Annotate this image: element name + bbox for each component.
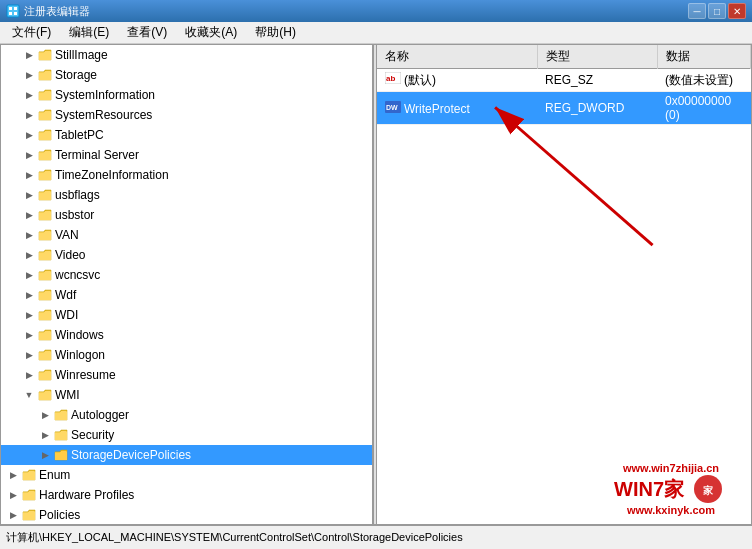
menu-file[interactable]: 文件(F) <box>4 22 59 43</box>
window-frame: 注册表编辑器 ─ □ ✕ 文件(F) 编辑(E) 查看(V) 收藏夹(A) 帮助… <box>0 0 752 549</box>
folder-icon <box>37 308 53 322</box>
tree-expander[interactable]: ▶ <box>5 487 21 503</box>
tree-node-Policies[interactable]: ▶ Policies <box>1 505 372 524</box>
tree-node-Security[interactable]: ▶ Security <box>1 425 372 445</box>
tree-node-label: Security <box>71 428 114 442</box>
folder-icon <box>37 128 53 142</box>
tree-node-label: Winlogon <box>55 348 105 362</box>
tree-node-Autologger[interactable]: ▶ Autologger <box>1 405 372 425</box>
reg-type-cell: REG_DWORD <box>537 92 657 125</box>
folder-icon <box>53 448 69 462</box>
tree-expander[interactable]: ▶ <box>21 347 37 363</box>
tree-node-label: Storage <box>55 68 97 82</box>
folder-icon <box>37 188 53 202</box>
tree-node-WDI[interactable]: ▶ WDI <box>1 305 372 325</box>
tree-expander[interactable]: ▶ <box>21 267 37 283</box>
title-bar-left: 注册表编辑器 <box>6 4 90 19</box>
tree-expander[interactable]: ▶ <box>21 287 37 303</box>
tree-expander[interactable]: ▶ <box>21 87 37 103</box>
col-data[interactable]: 数据 <box>657 45 751 69</box>
tree-panel[interactable]: ▶ StillImage▶ Storage▶ SystemInformation… <box>1 45 373 524</box>
table-row[interactable]: DW WriteProtectREG_DWORD0x00000000 (0) <box>377 92 751 125</box>
tree-expander[interactable]: ▶ <box>21 367 37 383</box>
folder-icon <box>21 508 37 522</box>
tree-expander[interactable]: ▶ <box>21 167 37 183</box>
tree-node-label: StorageDevicePolicies <box>71 448 191 462</box>
string-reg-icon: ab <box>385 71 401 85</box>
tree-expander[interactable]: ▶ <box>21 47 37 63</box>
tree-node-TimeZoneInfo[interactable]: ▶ TimeZoneInformation <box>1 165 372 185</box>
tree-node-wcncsvc[interactable]: ▶ wcncsvc <box>1 265 372 285</box>
tree-expander[interactable]: ▶ <box>37 447 53 463</box>
tree-expander[interactable]: ▶ <box>21 187 37 203</box>
tree-node-label: Wdf <box>55 288 76 302</box>
tree-node-HardwareProfiles[interactable]: ▶ Hardware Profiles <box>1 485 372 505</box>
tree-node-SystemRes[interactable]: ▶ SystemResources <box>1 105 372 125</box>
tree-node-Winlogon[interactable]: ▶ Winlogon <box>1 345 372 365</box>
tree-node-SystemInfo[interactable]: ▶ SystemInformation <box>1 85 372 105</box>
menu-favorites[interactable]: 收藏夹(A) <box>177 22 245 43</box>
menu-bar: 文件(F) 编辑(E) 查看(V) 收藏夹(A) 帮助(H) <box>0 22 752 44</box>
maximize-button[interactable]: □ <box>708 3 726 19</box>
tree-expander[interactable]: ▶ <box>21 107 37 123</box>
folder-icon <box>21 488 37 502</box>
title-bar: 注册表编辑器 ─ □ ✕ <box>0 0 752 22</box>
tree-node-usbflags[interactable]: ▶ usbflags <box>1 185 372 205</box>
tree-expander[interactable]: ▶ <box>21 67 37 83</box>
tree-node-Wdf[interactable]: ▶ Wdf <box>1 285 372 305</box>
folder-icon <box>37 368 53 382</box>
tree-node-StorageDevicePolicies[interactable]: ▶ StorageDevicePolicies <box>1 445 372 465</box>
tree-expander[interactable]: ▶ <box>21 207 37 223</box>
tree-node-TabletPC[interactable]: ▶ TabletPC <box>1 125 372 145</box>
right-panel: 名称 类型 数据 ab (默认)REG_SZ(数值未设置) DW WritePr… <box>377 45 751 524</box>
folder-icon <box>37 348 53 362</box>
table-row[interactable]: ab (默认)REG_SZ(数值未设置) <box>377 69 751 92</box>
tree-expander[interactable]: ▶ <box>21 247 37 263</box>
tree-expander[interactable]: ▶ <box>21 147 37 163</box>
tree-expander[interactable]: ▶ <box>5 507 21 523</box>
tree-expander[interactable]: ▶ <box>37 427 53 443</box>
tree-expander[interactable]: ▶ <box>21 327 37 343</box>
main-content: ▶ StillImage▶ Storage▶ SystemInformation… <box>0 44 752 525</box>
col-name[interactable]: 名称 <box>377 45 537 69</box>
folder-icon <box>37 68 53 82</box>
reg-name: WriteProtect <box>404 102 470 116</box>
tree-node-usbstor[interactable]: ▶ usbstor <box>1 205 372 225</box>
folder-icon <box>53 428 69 442</box>
menu-help[interactable]: 帮助(H) <box>247 22 304 43</box>
tree-node-VAN[interactable]: ▶ VAN <box>1 225 372 245</box>
registry-table[interactable]: 名称 类型 数据 ab (默认)REG_SZ(数值未设置) DW WritePr… <box>377 45 751 524</box>
tree-node-Video[interactable]: ▶ Video <box>1 245 372 265</box>
col-type[interactable]: 类型 <box>537 45 657 69</box>
tree-node-WMI[interactable]: ▼ WMI <box>1 385 372 405</box>
folder-icon <box>53 408 69 422</box>
menu-view[interactable]: 查看(V) <box>119 22 175 43</box>
minimize-button[interactable]: ─ <box>688 3 706 19</box>
tree-node-Winresume[interactable]: ▶ Winresume <box>1 365 372 385</box>
tree-node-label: wcncsvc <box>55 268 100 282</box>
tree-expander[interactable]: ▶ <box>21 127 37 143</box>
tree-expander[interactable]: ▶ <box>21 307 37 323</box>
svg-rect-0 <box>7 5 19 17</box>
tree-expander[interactable]: ▶ <box>21 227 37 243</box>
menu-edit[interactable]: 编辑(E) <box>61 22 117 43</box>
folder-icon <box>37 108 53 122</box>
reg-name-cell: DW WriteProtect <box>377 92 537 125</box>
folder-icon <box>37 248 53 262</box>
folder-icon <box>37 148 53 162</box>
tree-expander[interactable]: ▼ <box>21 387 37 403</box>
tree-node-label: Winresume <box>55 368 116 382</box>
tree-node-label: TimeZoneInformation <box>55 168 169 182</box>
tree-node-Windows[interactable]: ▶ Windows <box>1 325 372 345</box>
close-button[interactable]: ✕ <box>728 3 746 19</box>
app-icon <box>6 4 20 18</box>
tree-node-label: Enum <box>39 468 70 482</box>
tree-expander[interactable]: ▶ <box>37 407 53 423</box>
tree-node-Storage[interactable]: ▶ Storage <box>1 65 372 85</box>
folder-icon <box>37 228 53 242</box>
tree-node-TerminalServer[interactable]: ▶ Terminal Server <box>1 145 372 165</box>
tree-node-Enum[interactable]: ▶ Enum <box>1 465 372 485</box>
tree-node-StillImage[interactable]: ▶ StillImage <box>1 45 372 65</box>
tree-node-label: WDI <box>55 308 78 322</box>
tree-expander[interactable]: ▶ <box>5 467 21 483</box>
